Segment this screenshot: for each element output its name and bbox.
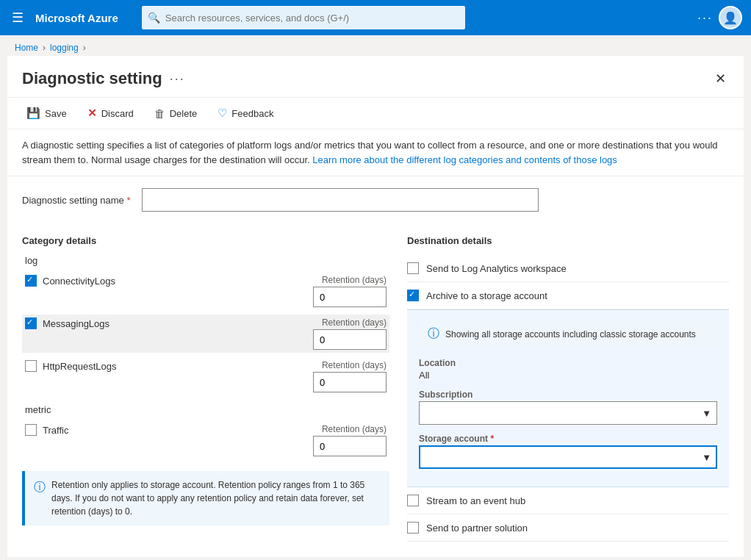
log-analytics-checkbox[interactable] (407, 262, 419, 274)
retention-info-text: Retention only applies to storage accoun… (51, 478, 381, 518)
retention-info-box: ⓘ Retention only applies to storage acco… (22, 471, 389, 525)
subscription-select[interactable] (419, 401, 717, 425)
messaging-retention: Retention (days) (313, 317, 387, 350)
connectivity-checkbox[interactable] (25, 275, 37, 287)
breadcrumb-separator-1: › (43, 43, 46, 53)
panel-header: Diagnostic setting ··· ✕ (7, 56, 744, 98)
httprequest-retention-label: Retention (days) (322, 360, 387, 370)
discard-button[interactable]: ✕ Discard (83, 104, 138, 123)
connectivity-retention-input[interactable] (313, 287, 387, 307)
delete-button[interactable]: 🗑 Delete (150, 104, 202, 123)
left-column: Category details log ConnectivityLogs Re… (22, 235, 389, 542)
breadcrumb-separator-2: › (83, 43, 86, 53)
save-button[interactable]: 💾 Save (22, 104, 71, 123)
messaging-label: MessagingLogs (43, 318, 109, 329)
subscription-label: Subscription (419, 390, 717, 400)
httprequest-retention: Retention (days) (313, 360, 387, 392)
location-field: Location All (419, 358, 717, 381)
two-col-layout: Category details log ConnectivityLogs Re… (7, 235, 744, 542)
breadcrumb-logging[interactable]: logging (50, 43, 79, 53)
traffic-retention-label: Retention (days) (322, 424, 387, 434)
httprequest-retention-input[interactable] (313, 372, 387, 392)
connectivity-checkbox-wrap: ConnectivityLogs (25, 275, 307, 287)
name-row: Diagnostic setting name * (22, 188, 729, 212)
connectivity-retention-label: Retention (days) (322, 275, 387, 285)
storage-account-label: Archive to a storage account (426, 290, 547, 301)
storage-info-box: ⓘ Showing all storage accounts including… (419, 319, 717, 349)
info-icon: ⓘ (34, 478, 46, 496)
avatar[interactable]: 👤 (719, 6, 742, 29)
right-column: Destination details Send to Log Analytic… (407, 235, 729, 542)
save-icon: 💾 (26, 107, 40, 120)
traffic-checkbox-wrap: Traffic (25, 424, 307, 436)
storage-account-field: Storage account * ▼ (419, 434, 717, 469)
dest-item-storage-account: Archive to a storage account (407, 282, 729, 309)
storage-account-required-star: * (490, 434, 494, 444)
search-bar: 🔍 (142, 6, 465, 29)
traffic-label: Traffic (43, 425, 68, 436)
httprequest-label: HttpRequestLogs (43, 361, 116, 372)
messaging-checkbox[interactable] (25, 317, 37, 329)
traffic-retention-input[interactable] (313, 436, 387, 456)
more-options-icon[interactable]: ··· (697, 10, 713, 26)
search-input[interactable] (142, 6, 465, 29)
connectivity-label: ConnectivityLogs (43, 276, 115, 287)
dest-item-event-hub: Stream to an event hub (407, 487, 729, 514)
delete-icon: 🗑 (154, 107, 165, 120)
diagnostic-name-input[interactable] (142, 188, 539, 212)
event-hub-label: Stream to an event hub (426, 495, 525, 506)
log-item-messaging: MessagingLogs Retention (days) (22, 315, 389, 353)
subscription-field: Subscription ▼ (419, 390, 717, 425)
dest-item-partner-solution: Send to partner solution (407, 514, 729, 542)
name-required-star: * (126, 195, 130, 206)
storage-account-input-wrap: ▼ (419, 445, 717, 469)
log-item-connectivity: ConnectivityLogs Retention (days) (22, 272, 389, 310)
toolbar: 💾 Save ✕ Discard 🗑 Delete ♡ Feedback (7, 98, 744, 129)
log-item-traffic: Traffic Retention (days) (22, 421, 389, 459)
hamburger-icon[interactable]: ☰ (9, 7, 26, 29)
discard-label: Discard (101, 108, 134, 119)
storage-account-label: Storage account * (419, 434, 717, 444)
storage-account-checkbox[interactable] (407, 290, 419, 301)
partner-solution-checkbox[interactable] (407, 522, 419, 534)
panel-title: Diagnostic setting (22, 69, 162, 88)
httprequest-checkbox[interactable] (25, 360, 37, 372)
save-label: Save (45, 108, 67, 119)
feedback-icon: ♡ (218, 107, 227, 120)
name-label: Diagnostic setting name * (22, 195, 130, 206)
learn-more-link[interactable]: Learn more about the different log categ… (312, 154, 617, 165)
messaging-checkbox-wrap: MessagingLogs (25, 317, 307, 329)
main-panel: Diagnostic setting ··· ✕ 💾 Save ✕ Discar… (7, 56, 744, 557)
discard-icon: ✕ (87, 107, 97, 120)
storage-info-text: Showing all storage accounts including c… (445, 329, 696, 340)
description-area: A diagnostic setting specifies a list of… (7, 129, 744, 176)
search-icon: 🔍 (148, 12, 160, 24)
partner-solution-label: Send to partner solution (426, 523, 528, 534)
storage-account-expanded: ⓘ Showing all storage accounts including… (407, 309, 729, 487)
metric-section-label: metric (25, 404, 389, 415)
location-label: Location (419, 358, 717, 368)
destination-details-title: Destination details (407, 235, 729, 249)
log-analytics-label: Send to Log Analytics workspace (426, 263, 567, 274)
close-button[interactable]: ✕ (712, 68, 729, 90)
topbar: ☰ Microsoft Azure 🔍 ··· 👤 (0, 0, 751, 35)
app-title: Microsoft Azure (35, 12, 118, 24)
dest-item-log-analytics: Send to Log Analytics workspace (407, 255, 729, 282)
messaging-retention-input[interactable] (313, 329, 387, 350)
traffic-retention: Retention (days) (313, 424, 387, 456)
form-area: Diagnostic setting name * (7, 176, 744, 235)
breadcrumb-home[interactable]: Home (15, 43, 38, 53)
panel-ellipsis[interactable]: ··· (170, 71, 185, 87)
log-item-httprequest: HttpRequestLogs Retention (days) (22, 357, 389, 395)
storage-account-select[interactable] (419, 445, 717, 469)
feedback-button[interactable]: ♡ Feedback (213, 104, 278, 123)
feedback-label: Feedback (231, 108, 273, 119)
event-hub-checkbox[interactable] (407, 495, 419, 506)
breadcrumb: Home › logging › (0, 35, 751, 56)
connectivity-retention: Retention (days) (313, 275, 387, 307)
httprequest-checkbox-wrap: HttpRequestLogs (25, 360, 307, 372)
location-value: All (419, 370, 717, 381)
log-section-label: log (22, 255, 389, 266)
storage-info-icon: ⓘ (428, 326, 439, 342)
traffic-checkbox[interactable] (25, 424, 37, 436)
